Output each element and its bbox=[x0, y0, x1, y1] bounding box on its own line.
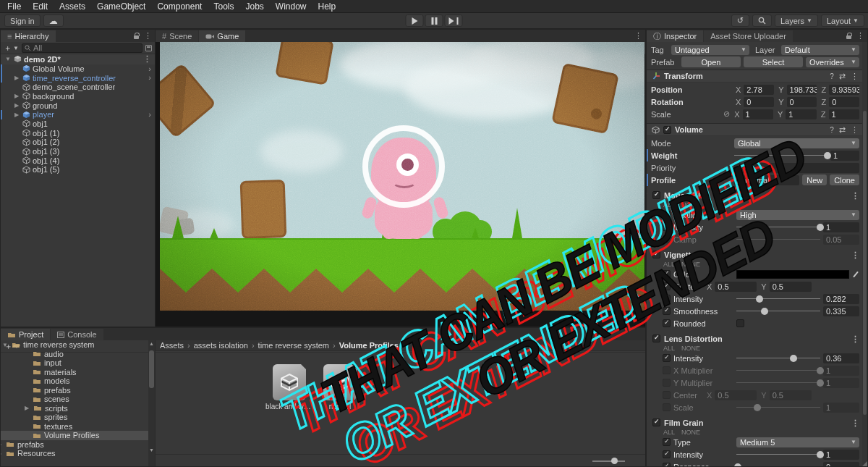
slider-handle[interactable] bbox=[824, 152, 831, 159]
field-checkbox[interactable] bbox=[663, 307, 671, 315]
hierarchy-item-background[interactable]: ▶ background bbox=[1, 92, 155, 101]
kebab-menu-icon[interactable]: ⋮ bbox=[851, 251, 859, 259]
center-y-field[interactable]: 0.5 bbox=[770, 282, 812, 292]
scale-y-field[interactable]: 1 bbox=[786, 109, 816, 119]
lens-scale-value[interactable]: 1 bbox=[823, 403, 859, 413]
field-checkbox[interactable] bbox=[663, 270, 671, 278]
kebab-menu-icon[interactable]: ⋮ bbox=[856, 31, 864, 40]
lens-intensity-slider[interactable] bbox=[736, 353, 820, 363]
film-response-value[interactable]: 0 bbox=[823, 462, 859, 467]
position-y-field[interactable]: 198.733 bbox=[787, 85, 817, 95]
slider-handle[interactable] bbox=[756, 295, 763, 303]
hierarchy-item-global-volume[interactable]: Global Volume › bbox=[1, 64, 155, 74]
profile-object-field[interactable]: normal bbox=[734, 175, 799, 185]
field-checkbox[interactable] bbox=[663, 379, 671, 387]
scrollbar-thumb[interactable] bbox=[863, 111, 867, 415]
lens-center-x-field[interactable]: 0.5 bbox=[715, 390, 757, 400]
play-button[interactable] bbox=[406, 14, 424, 27]
vignette-smoothness-value[interactable]: 0.335 bbox=[823, 306, 859, 316]
inspector-scrollbar[interactable] bbox=[862, 42, 867, 466]
y-multiplier-slider[interactable] bbox=[736, 378, 820, 388]
layer-dropdown[interactable]: Default▼ bbox=[781, 45, 859, 55]
help-icon[interactable]: ? bbox=[830, 126, 834, 134]
override-enabled-checkbox[interactable] bbox=[652, 335, 660, 342]
slider-handle[interactable] bbox=[734, 463, 741, 467]
position-x-field[interactable]: 2.78 bbox=[744, 85, 774, 95]
none-toggle[interactable]: NONE bbox=[681, 261, 700, 268]
expand-arrow-icon[interactable]: ▶ bbox=[23, 405, 30, 411]
hierarchy-item-demo-scene-controller[interactable]: demo_scene_controller bbox=[1, 83, 155, 92]
menu-tools[interactable]: Tools bbox=[208, 1, 239, 12]
slider-handle[interactable] bbox=[817, 451, 824, 458]
field-checkbox[interactable] bbox=[663, 319, 671, 327]
intensity-slider[interactable] bbox=[736, 222, 820, 232]
hierarchy-search-input[interactable]: All bbox=[22, 43, 142, 53]
prefab-open-chevron[interactable]: › bbox=[148, 73, 151, 82]
slider-handle[interactable] bbox=[754, 404, 761, 411]
tab-asset-store-uploader[interactable]: Asset Store Uploader bbox=[704, 30, 793, 42]
vignette-header[interactable]: ▼ Vignette ⋮ bbox=[651, 249, 859, 260]
scrollbar-thumb[interactable] bbox=[149, 350, 154, 388]
lens-intensity-value[interactable]: 0.36 bbox=[823, 353, 859, 363]
expand-arrow-icon[interactable]: ▶ bbox=[1, 441, 3, 447]
override-enabled-checkbox[interactable] bbox=[652, 251, 660, 258]
quality-dropdown[interactable]: High▼ bbox=[736, 210, 859, 220]
expand-ar row-icon[interactable]: ▶ bbox=[1, 450, 3, 457]
foldout-arrow-icon[interactable]: ▼ bbox=[647, 127, 648, 133]
prefab-open-chevron[interactable]: › bbox=[148, 110, 151, 119]
tab-console[interactable]: Console bbox=[51, 329, 103, 340]
folder-row-scenes[interactable]: scenes bbox=[1, 395, 148, 404]
rotation-z-field[interactable]: 0 bbox=[829, 97, 859, 107]
slider-handle[interactable] bbox=[817, 224, 824, 231]
undo-history-button[interactable]: ↺ bbox=[731, 14, 749, 27]
all-toggle[interactable]: ALL bbox=[663, 261, 675, 268]
slider-handle[interactable] bbox=[611, 458, 618, 464]
layers-dropdown[interactable]: Layers▼ bbox=[775, 14, 818, 27]
field-checkbox[interactable] bbox=[663, 391, 671, 399]
menu-edit[interactable]: Edit bbox=[27, 1, 54, 12]
vignette-intensity-slider[interactable] bbox=[736, 294, 820, 304]
folder-row-audio[interactable]: audio bbox=[1, 350, 148, 359]
breadcrumb-assets[interactable]: Assets bbox=[160, 341, 184, 350]
kebab-menu-icon[interactable]: ⋮ bbox=[144, 31, 152, 40]
position-z-field[interactable]: 9.93593 bbox=[829, 85, 859, 95]
x-multiplier-value[interactable]: 1 bbox=[823, 366, 859, 376]
tab-inspector[interactable]: ⓘInspector bbox=[647, 30, 703, 42]
expand-arrow-icon[interactable]: ▶ bbox=[13, 102, 20, 109]
clamp-slider[interactable] bbox=[736, 235, 820, 245]
volume-component-header[interactable]: ▼ Volume ?⇄⋮ bbox=[647, 123, 862, 136]
game-render-area[interactable] bbox=[156, 42, 644, 327]
vignette-smoothness-slider[interactable] bbox=[736, 306, 820, 316]
prefab-overrides-dropdown[interactable]: Overrides▼ bbox=[806, 57, 859, 67]
none-toggle[interactable]: NONE bbox=[681, 429, 700, 436]
expand-arrow-icon[interactable]: ▶ bbox=[13, 75, 20, 81]
lock-icon[interactable] bbox=[846, 35, 851, 39]
all-toggle[interactable]: ALL bbox=[663, 345, 675, 352]
folder-row-prefabs-root[interactable]: ▶prefabs bbox=[1, 440, 148, 450]
prefab-open-button[interactable]: Open bbox=[681, 56, 741, 67]
priority-field[interactable]: 3 bbox=[734, 163, 859, 173]
folder-row-resources[interactable]: ▶Resources bbox=[1, 449, 148, 458]
prefab-select-button[interactable]: Select bbox=[744, 56, 803, 67]
hierarchy-item-obj1-2[interactable]: obj1 (2) bbox=[1, 138, 155, 147]
expand-arrow-icon[interactable]: ▶ bbox=[13, 93, 20, 99]
hierarchy-item-time-reverse-controller[interactable]: ▶ time_reverse_controller › bbox=[1, 73, 155, 83]
center-x-field[interactable]: 0.5 bbox=[715, 282, 757, 292]
breadcrumb-assets-isolation[interactable]: assets isolation bbox=[194, 341, 248, 350]
film-intensity-slider[interactable] bbox=[736, 450, 820, 460]
film-grain-header[interactable]: ▼ Film Grain ⋮ bbox=[651, 417, 859, 428]
lens-center-y-field[interactable]: 0.5 bbox=[770, 390, 812, 400]
motion-blur-header[interactable]: ▼ Motion Blur ⋮ bbox=[651, 190, 859, 201]
profile-clone-button[interactable]: Clone bbox=[830, 174, 859, 185]
field-checkbox[interactable] bbox=[663, 295, 671, 303]
component-enabled-checkbox[interactable] bbox=[663, 126, 671, 134]
menu-window[interactable]: Window bbox=[270, 1, 312, 12]
kebab-menu-icon[interactable]: ⋮ bbox=[851, 335, 859, 343]
thumbnail-size-slider[interactable] bbox=[592, 460, 625, 462]
field-checkbox[interactable] bbox=[663, 463, 671, 466]
hierarchy-item-obj1-1[interactable]: obj1 (1) bbox=[1, 128, 155, 138]
hierarchy-item-obj1[interactable]: obj1 bbox=[1, 119, 155, 129]
lens-scale-slider[interactable] bbox=[736, 403, 820, 413]
folder-row-scripts[interactable]: ▶scripts bbox=[1, 404, 148, 413]
none-toggle[interactable]: NONE bbox=[681, 345, 700, 352]
